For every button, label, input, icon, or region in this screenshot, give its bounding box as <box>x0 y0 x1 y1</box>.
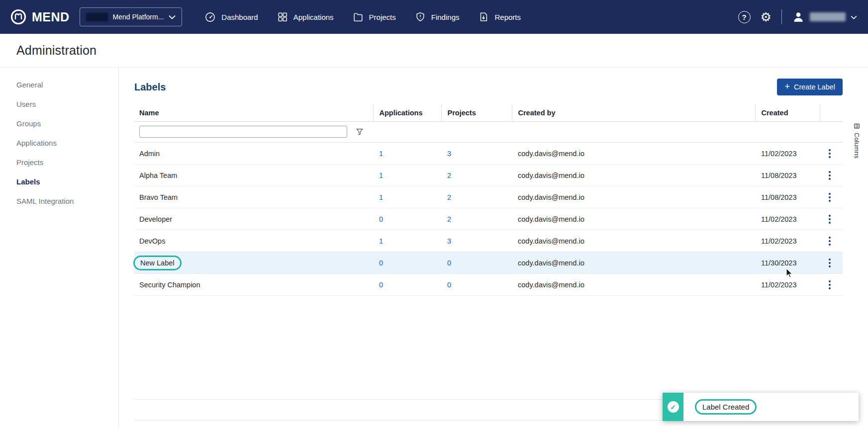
applications-count-link[interactable]: 0 <box>379 259 383 267</box>
labels-table-container: Name Applications Projects Created by Cr… <box>134 104 843 421</box>
toast-message: Label Created <box>702 403 749 411</box>
admin-sidebar: General Users Groups Applications Projec… <box>0 68 119 428</box>
row-menu-button[interactable] <box>826 168 834 183</box>
columns-tab-label: Columns <box>853 133 860 159</box>
created-by: cody.davis@mend.io <box>518 150 584 158</box>
created-date: 11/02/2023 <box>761 150 797 158</box>
nav-item-label: Findings <box>431 13 460 21</box>
mend-logo-icon <box>10 8 27 25</box>
screen: MEND Mend Platform... Dashboard <box>0 0 868 428</box>
created-date: 11/08/2023 <box>761 193 797 201</box>
nav-item-label: Applications <box>293 13 334 21</box>
brand-name: MEND <box>32 10 70 24</box>
chevron-down-icon <box>169 13 176 21</box>
created-date: 11/02/2023 <box>761 215 797 223</box>
labels-table: Name Applications Projects Created by Cr… <box>134 104 843 296</box>
created-by: cody.davis@mend.io <box>518 259 584 267</box>
projects-count-link[interactable]: 2 <box>447 193 451 201</box>
success-check-icon: ✓ <box>668 401 679 413</box>
dashboard-icon <box>204 11 216 23</box>
sidebar-item-labels[interactable]: Labels <box>0 172 118 191</box>
columns-icon <box>854 123 860 129</box>
help-icon[interactable]: ? <box>738 11 751 23</box>
toast-message-annotation: Label Created <box>695 399 757 415</box>
row-menu-button[interactable] <box>826 234 834 249</box>
new-label-annotation: New Label <box>133 256 182 270</box>
table-row[interactable]: DevOps 1 3 cody.davis@mend.io 11/02/2023 <box>134 230 843 252</box>
label-name: Bravo Team <box>139 193 178 201</box>
applications-count-link[interactable]: 1 <box>379 150 383 158</box>
applications-count-link[interactable]: 0 <box>379 281 383 289</box>
projects-count-link[interactable]: 0 <box>447 259 451 267</box>
applications-icon <box>277 11 288 22</box>
table-filter-row <box>134 122 843 143</box>
column-header-created[interactable]: Created <box>755 104 820 122</box>
row-menu-button[interactable] <box>826 146 834 161</box>
create-label-button-text: Create Label <box>794 83 835 91</box>
sidebar-item-groups[interactable]: Groups <box>0 114 118 133</box>
org-selector-dropdown[interactable]: Mend Platform... <box>80 7 183 26</box>
created-by: cody.davis@mend.io <box>518 171 584 179</box>
nav-item-label: Projects <box>369 13 396 21</box>
table-row[interactable]: Alpha Team 1 2 cody.davis@mend.io 11/08/… <box>134 165 843 186</box>
label-name: DevOps <box>139 237 165 245</box>
row-menu-button[interactable] <box>826 256 834 270</box>
projects-folder-icon <box>353 11 364 22</box>
label-name: Alpha Team <box>139 171 177 179</box>
table-row[interactable]: Security Champion 0 0 cody.davis@mend.io… <box>134 274 843 296</box>
gear-icon[interactable]: ⚙ <box>761 11 772 23</box>
table-row[interactable]: Bravo Team 1 2 cody.davis@mend.io 11/08/… <box>134 186 843 208</box>
navbar-right: ? ⚙ <box>738 9 857 24</box>
sidebar-item-general[interactable]: General <box>0 76 118 94</box>
row-menu-button[interactable] <box>826 190 834 205</box>
nav-item-findings[interactable]: Findings <box>405 0 469 34</box>
user-menu[interactable] <box>792 10 857 23</box>
created-by: cody.davis@mend.io <box>518 215 584 223</box>
findings-shield-icon <box>415 11 426 22</box>
row-menu-button[interactable] <box>826 277 834 292</box>
table-row[interactable]: Admin 1 3 cody.davis@mend.io 11/02/2023 <box>134 143 843 165</box>
applications-count-link[interactable]: 1 <box>379 193 383 201</box>
applications-count-link[interactable]: 1 <box>379 237 383 245</box>
user-avatar-icon <box>792 10 805 23</box>
column-header-projects[interactable]: Projects <box>441 104 512 122</box>
table-row-new-label[interactable]: New Label 0 0 cody.davis@mend.io 11/30/2… <box>134 252 843 274</box>
sidebar-item-applications[interactable]: Applications <box>0 134 118 152</box>
org-selector-label: Mend Platform... <box>113 13 164 21</box>
sidebar-item-projects[interactable]: Projects <box>0 153 118 171</box>
nav-item-dashboard[interactable]: Dashboard <box>195 0 267 34</box>
nav-item-projects[interactable]: Projects <box>343 0 405 34</box>
projects-count-link[interactable]: 0 <box>447 281 451 289</box>
columns-panel-toggle[interactable]: Columns <box>853 123 860 159</box>
projects-count-link[interactable]: 2 <box>447 171 451 179</box>
nav-item-applications[interactable]: Applications <box>268 0 343 34</box>
created-by: cody.davis@mend.io <box>518 193 584 201</box>
column-header-name[interactable]: Name <box>134 104 373 122</box>
page-title: Administration <box>16 43 96 58</box>
created-date: 11/08/2023 <box>761 171 797 179</box>
projects-count-link[interactable]: 3 <box>447 150 451 158</box>
plus-icon: + <box>784 82 790 92</box>
column-header-actions <box>820 104 843 122</box>
primary-nav: Dashboard Applications Projects <box>195 0 530 34</box>
sidebar-item-saml-integration[interactable]: SAML Integration <box>0 192 118 210</box>
toast-success-strip: ✓ <box>663 393 683 421</box>
row-menu-button[interactable] <box>826 212 834 227</box>
name-filter-input[interactable] <box>139 126 347 138</box>
table-row[interactable]: Developer 0 2 cody.davis@mend.io 11/02/2… <box>134 208 843 230</box>
column-header-applications[interactable]: Applications <box>373 104 441 122</box>
page-header: Administration <box>0 34 868 68</box>
sidebar-item-users[interactable]: Users <box>0 95 118 113</box>
column-header-created-by[interactable]: Created by <box>512 104 755 122</box>
label-name: Developer <box>139 215 172 223</box>
applications-count-link[interactable]: 1 <box>379 171 383 179</box>
table-header-row: Name Applications Projects Created by Cr… <box>134 104 843 122</box>
projects-count-link[interactable]: 3 <box>447 237 451 245</box>
projects-count-link[interactable]: 2 <box>447 215 451 223</box>
nav-item-reports[interactable]: Reports <box>469 0 530 34</box>
applications-count-link[interactable]: 0 <box>379 215 383 223</box>
filter-funnel-icon[interactable] <box>356 128 364 136</box>
create-label-button[interactable]: + Create Label <box>777 79 843 95</box>
chevron-down-icon <box>851 12 857 21</box>
navbar-divider <box>781 9 782 24</box>
